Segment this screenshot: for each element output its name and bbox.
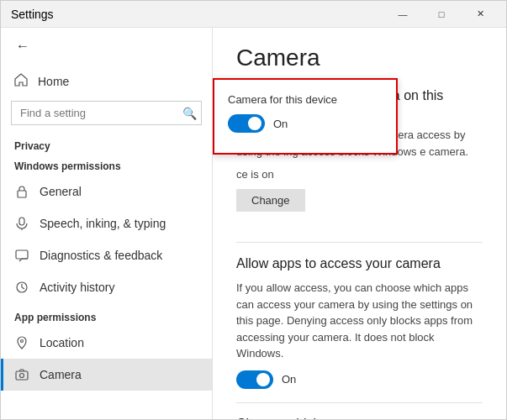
location-icon xyxy=(14,335,29,350)
divider2 xyxy=(236,402,483,403)
svg-rect-0 xyxy=(18,191,26,197)
popup-title: Camera for this device xyxy=(228,93,383,106)
change-button[interactable]: Change xyxy=(236,189,305,212)
sidebar-item-speech-label: Speech, inking, & typing xyxy=(40,217,166,230)
sidebar-home-label: Home xyxy=(38,75,69,88)
popup-toggle-switch[interactable] xyxy=(228,114,265,133)
popup-toggle-label: On xyxy=(273,118,288,130)
titlebar-left: Settings xyxy=(11,8,54,21)
sidebar-nav-top: ← xyxy=(1,28,212,65)
minimize-button[interactable]: — xyxy=(383,1,422,28)
sidebar-item-home[interactable]: Home xyxy=(1,65,212,97)
maximize-button[interactable]: □ xyxy=(422,1,461,28)
search-icon[interactable]: 🔍 xyxy=(182,107,197,120)
svg-rect-3 xyxy=(16,250,28,259)
sidebar-section-windows: Windows permissions xyxy=(1,155,212,176)
main-content: Camera Allow access to the camera on thi… xyxy=(213,28,506,419)
search-input[interactable] xyxy=(11,101,202,125)
titlebar-title: Settings xyxy=(11,8,54,21)
sidebar-item-location[interactable]: Location xyxy=(1,327,212,359)
sidebar-search: 🔍 xyxy=(11,101,202,125)
svg-point-7 xyxy=(20,374,24,378)
section2-title: Allow apps to access your camera xyxy=(236,256,483,271)
home-icon xyxy=(14,73,28,89)
apps-toggle-label: On xyxy=(282,373,296,386)
apps-toggle-switch[interactable] xyxy=(236,370,273,389)
sidebar-section-app: App permissions xyxy=(1,303,212,327)
activity-icon xyxy=(14,280,29,295)
titlebar: Settings — □ ✕ xyxy=(1,1,506,28)
sidebar-item-speech[interactable]: Speech, inking, & typing xyxy=(1,207,212,239)
settings-window: Settings — □ ✕ ← Home 🔍 Privacy xyxy=(0,0,507,420)
back-button[interactable]: ← xyxy=(11,34,34,58)
content-area: ← Home 🔍 Privacy Windows permissions Gen… xyxy=(1,28,506,419)
sidebar-item-general-label: General xyxy=(40,185,82,198)
divider1 xyxy=(236,242,483,243)
popup-toggle-row: On xyxy=(228,114,383,133)
feedback-icon xyxy=(14,248,29,263)
sidebar-item-general[interactable]: General xyxy=(1,176,212,207)
camera-icon xyxy=(14,367,29,382)
sidebar-item-camera-label: Camera xyxy=(40,368,82,381)
svg-rect-1 xyxy=(19,218,24,225)
sidebar-item-camera[interactable]: Camera xyxy=(1,359,212,391)
sidebar: ← Home 🔍 Privacy Windows permissions Gen… xyxy=(1,28,213,419)
section2-text: If you allow access, you can choose whic… xyxy=(236,280,483,362)
sidebar-item-diagnostics-label: Diagnostics & feedback xyxy=(40,249,162,262)
svg-rect-6 xyxy=(16,371,28,380)
lock-icon xyxy=(14,184,29,199)
sidebar-item-diagnostics[interactable]: Diagnostics & feedback xyxy=(1,239,212,271)
svg-point-5 xyxy=(21,340,24,343)
sidebar-section-privacy: Privacy xyxy=(1,132,212,155)
page-title: Camera xyxy=(236,45,483,71)
status-text: ce is on xyxy=(236,168,483,181)
sidebar-item-location-label: Location xyxy=(40,336,84,349)
apps-toggle-row: On xyxy=(236,370,483,389)
titlebar-controls: — □ ✕ xyxy=(383,1,499,28)
sidebar-item-activity[interactable]: Activity history xyxy=(1,271,212,303)
camera-device-popup: Camera for this device On xyxy=(213,78,398,155)
section3-title: Choose which apps can access your camera xyxy=(236,417,483,420)
close-button[interactable]: ✕ xyxy=(461,1,499,28)
sidebar-item-activity-label: Activity history xyxy=(40,281,114,294)
microphone-icon xyxy=(14,216,29,231)
